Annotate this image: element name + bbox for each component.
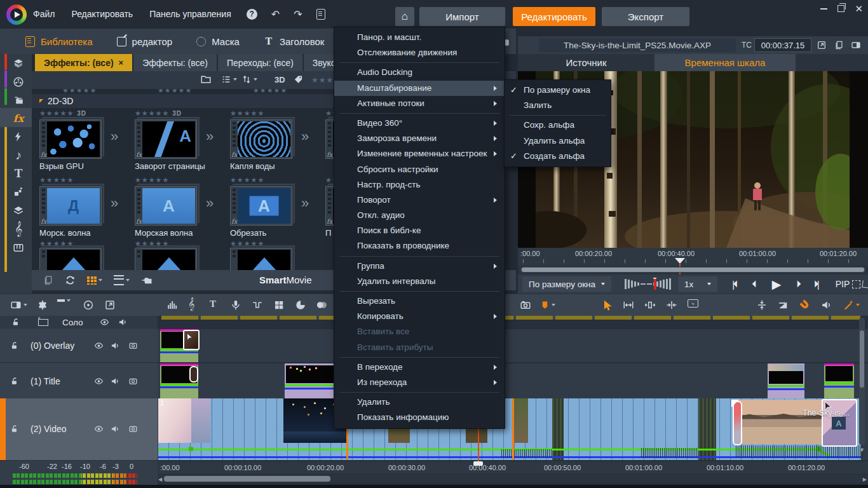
menu-control-panel[interactable]: Панель управления [148, 6, 233, 22]
library-tab-0[interactable]: Эффекты: (все)× [35, 54, 132, 71]
snapshot-camera-icon[interactable] [520, 299, 531, 311]
context-menu-item[interactable]: Удалить [334, 395, 505, 410]
scroll-down-icon[interactable]: ▼ [859, 447, 865, 453]
magic-wand-icon[interactable] [843, 299, 860, 311]
audio-scrub-icon[interactable] [821, 299, 832, 311]
tab-close-icon[interactable]: × [119, 58, 124, 67]
grid-view-icon[interactable] [87, 276, 102, 285]
tab-timeline-preview[interactable]: Временная шкала [654, 54, 796, 71]
item-rating-stars[interactable]: ★★★★★ [39, 176, 128, 184]
shuttle-control[interactable] [625, 278, 673, 290]
add-marker-flag-icon[interactable] [540, 299, 555, 311]
lock-all-icon[interactable] [11, 316, 20, 328]
home-button[interactable]: ⌂ [395, 7, 414, 26]
context-menu-item[interactable]: Отслеживание движения [334, 45, 505, 60]
projects-icon[interactable] [10, 55, 27, 72]
preview-ruler[interactable]: :00.0000:00:20.0000:00:40.0000:01:00.000… [518, 248, 868, 266]
blend-circles-icon[interactable] [316, 299, 327, 311]
track-lock-icon[interactable] [10, 423, 19, 435]
edit-mode-button[interactable]: Редактировать [513, 7, 595, 26]
scorefitter-clef-icon[interactable]: 𝄞 [10, 220, 27, 237]
menu-edit[interactable]: Редактировать [70, 6, 134, 22]
context-menu-item[interactable]: Активные потоки [334, 96, 505, 111]
library-tab-2[interactable]: Переходы: (все) [218, 54, 302, 71]
context-menu-item[interactable]: Вырезать [334, 294, 505, 309]
pages-icon[interactable] [43, 274, 53, 286]
track-speaker-icon[interactable] [111, 376, 120, 387]
mode-tab-library[interactable]: Библиотека [25, 36, 93, 47]
track-lock-icon[interactable] [10, 340, 19, 351]
context-menu-item[interactable]: В переходе [334, 360, 505, 375]
track-header-1title[interactable]: (1) Title [0, 363, 158, 400]
mode-tab-title[interactable]: TЗаголовок [264, 36, 325, 47]
effect-thumbnail[interactable]: fx [39, 119, 102, 159]
playhead-handle[interactable] [473, 461, 483, 466]
effect-thumbnail[interactable]: fx [230, 119, 292, 159]
item-rating-stars[interactable]: ★★★★★ [230, 176, 319, 184]
scroll-right-icon[interactable]: ▶ [863, 477, 867, 482]
import-button[interactable]: Импорт [419, 7, 505, 26]
effect-thumbnail-clipped[interactable] [230, 248, 292, 270]
track-header-0overlay[interactable]: (0) Overlay [0, 329, 158, 363]
subproject-edit-icon[interactable] [104, 299, 116, 311]
3d-filter-toggle[interactable]: 3D [275, 75, 285, 85]
mode-tab-mask[interactable]: Маска [196, 36, 240, 47]
volume-keyframe-icon[interactable] [252, 299, 263, 311]
undo-icon[interactable]: ↶ [271, 8, 280, 20]
item-rating-stars[interactable]: ★★★★★ [230, 109, 319, 118]
track-row-title[interactable] [158, 363, 868, 400]
context-menu-item[interactable]: Поиск в библ-ке [334, 223, 505, 238]
context-menu-item[interactable]: Audio Ducking [334, 65, 505, 80]
multicam-icon[interactable] [273, 299, 285, 311]
item-rating-stars[interactable]: ★★★★★3D [135, 109, 224, 118]
rating-filter-stars[interactable]: ★★★ [311, 76, 334, 85]
submenu-item[interactable]: Залить [505, 98, 611, 113]
play-icon[interactable]: ▶ [767, 276, 786, 292]
visibility-all-eye-icon[interactable] [100, 316, 109, 328]
select-tool-cursor-icon[interactable] [601, 299, 614, 312]
track-eye-icon[interactable] [94, 340, 104, 351]
context-menu-item[interactable]: Группа [334, 259, 505, 274]
send-to-timeline-icon[interactable] [141, 274, 153, 286]
help-icon[interactable]: ? [247, 9, 257, 20]
scroll-left-icon[interactable]: ◀ [158, 477, 162, 482]
playback-speed-select[interactable]: 1x [678, 276, 717, 292]
layers-icon[interactable] [10, 202, 27, 219]
transitions-bolt-icon[interactable] [10, 128, 27, 145]
list-view-icon[interactable] [221, 74, 237, 85]
effect-thumbnail-clipped[interactable] [39, 248, 102, 270]
dual-view-icon[interactable] [851, 39, 861, 51]
transition-clip[interactable]: A [822, 399, 857, 447]
tag-icon[interactable] [294, 74, 303, 85]
pie-tool-icon[interactable] [295, 299, 306, 311]
context-menu-item[interactable]: Показать информацию [334, 410, 505, 425]
track-speaker-icon[interactable] [111, 423, 120, 435]
track-speaker-icon[interactable] [111, 340, 120, 351]
magnet-snap-icon[interactable] [799, 299, 811, 311]
add-track-icon[interactable]: + [38, 319, 48, 326]
next-frame-icon[interactable]: ⏵ [790, 276, 808, 292]
customize-toolbar-icon[interactable] [10, 299, 27, 311]
pip-button[interactable]: PIP [833, 276, 852, 292]
smartmovie-button[interactable]: SmartMovie [259, 274, 312, 285]
transition-pill[interactable] [733, 401, 742, 445]
montage-icon[interactable] [10, 184, 27, 200]
item-rating-stars[interactable]: ★★★★★ [135, 176, 224, 184]
group-collapse-icon[interactable] [39, 99, 43, 103]
context-menu-item[interactable]: Изменение временных настроек [334, 146, 505, 161]
detail-view-icon[interactable] [114, 275, 130, 285]
context-menu-item[interactable]: Из перехода [334, 375, 505, 390]
item-rating-stars[interactable]: ★★★★★3D [39, 109, 128, 118]
track-eye-icon[interactable] [94, 376, 104, 387]
title-clip-1[interactable] [160, 363, 198, 399]
context-menu-item[interactable]: Откл. аудио [334, 208, 505, 223]
crop-icon[interactable] [861, 276, 868, 292]
timecode-field[interactable]: 00:00:37.15 [754, 38, 811, 52]
track-box-icon[interactable] [128, 376, 138, 387]
voiceover-mic-icon[interactable] [230, 299, 241, 311]
context-menu-item[interactable]: Настр. прод-сть [334, 177, 505, 193]
overlay-clip[interactable] [160, 329, 198, 362]
track-row-video[interactable]: 1 The-Sky-is-... [158, 398, 868, 461]
track-row-overlay[interactable] [158, 329, 868, 363]
close-icon[interactable]: ✕ [855, 4, 863, 13]
